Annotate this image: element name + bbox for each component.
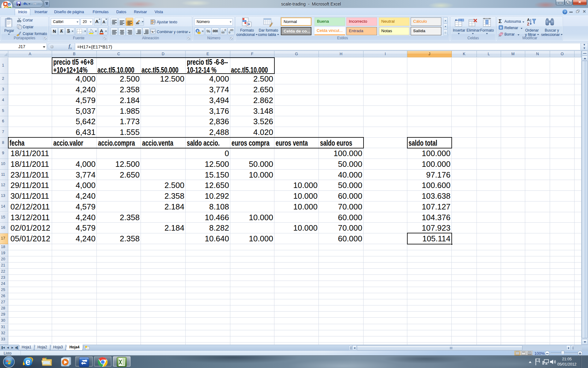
svg-text:Z: Z <box>527 22 529 26</box>
svg-text:A: A <box>527 18 530 22</box>
svg-text:?: ? <box>564 10 566 14</box>
svg-text:e: e <box>25 357 30 367</box>
svg-text:ab: ab <box>136 22 139 25</box>
